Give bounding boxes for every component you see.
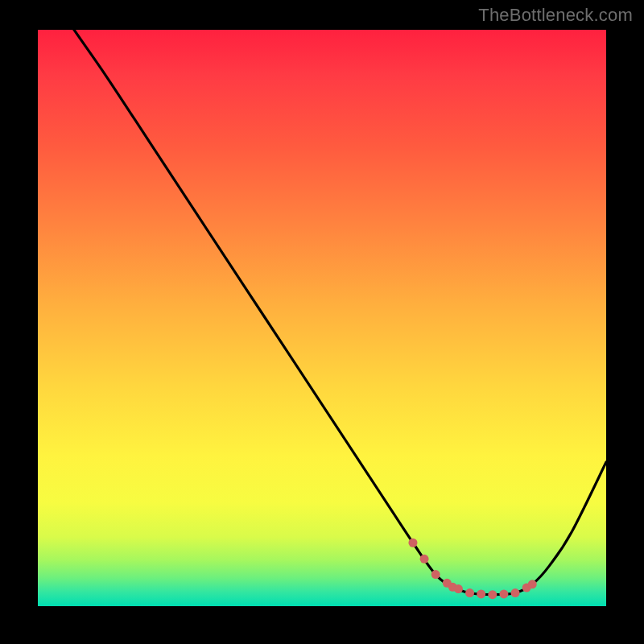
highlight-dot — [454, 584, 463, 593]
highlight-dot — [408, 539, 417, 547]
highlight-dot — [477, 589, 485, 598]
highlight-dot — [511, 588, 520, 597]
highlight-dots — [408, 539, 536, 599]
chart-svg — [38, 30, 606, 606]
highlight-dot — [528, 580, 537, 588]
highlight-dot — [420, 555, 429, 564]
highlight-dot — [431, 570, 440, 579]
bottleneck-curve — [38, 0, 606, 595]
highlight-dot — [465, 588, 474, 597]
chart-frame: TheBottleneck.com — [0, 0, 644, 644]
plot-area — [38, 30, 606, 606]
highlight-dot — [499, 589, 508, 598]
watermark-text: TheBottleneck.com — [478, 5, 633, 26]
highlight-dot — [488, 590, 497, 599]
